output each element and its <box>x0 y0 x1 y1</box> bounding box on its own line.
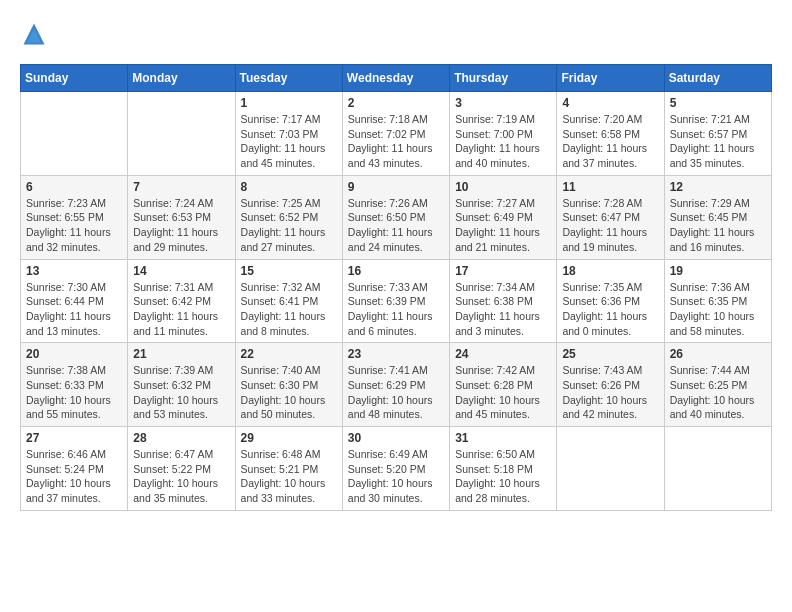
calendar-cell <box>128 92 235 176</box>
day-info: Sunrise: 7:35 AMSunset: 6:36 PMDaylight:… <box>562 280 658 339</box>
calendar-cell: 24Sunrise: 7:42 AMSunset: 6:28 PMDayligh… <box>450 343 557 427</box>
day-number: 29 <box>241 431 337 445</box>
day-number: 11 <box>562 180 658 194</box>
day-info: Sunrise: 7:31 AMSunset: 6:42 PMDaylight:… <box>133 280 229 339</box>
day-number: 23 <box>348 347 444 361</box>
day-info: Sunrise: 6:50 AMSunset: 5:18 PMDaylight:… <box>455 447 551 506</box>
calendar-cell: 18Sunrise: 7:35 AMSunset: 6:36 PMDayligh… <box>557 259 664 343</box>
day-number: 4 <box>562 96 658 110</box>
calendar-cell: 14Sunrise: 7:31 AMSunset: 6:42 PMDayligh… <box>128 259 235 343</box>
day-info: Sunrise: 7:21 AMSunset: 6:57 PMDaylight:… <box>670 112 766 171</box>
day-number: 14 <box>133 264 229 278</box>
day-number: 24 <box>455 347 551 361</box>
day-info: Sunrise: 6:48 AMSunset: 5:21 PMDaylight:… <box>241 447 337 506</box>
day-number: 9 <box>348 180 444 194</box>
day-info: Sunrise: 7:33 AMSunset: 6:39 PMDaylight:… <box>348 280 444 339</box>
day-number: 13 <box>26 264 122 278</box>
day-info: Sunrise: 7:43 AMSunset: 6:26 PMDaylight:… <box>562 363 658 422</box>
calendar-week-row: 1Sunrise: 7:17 AMSunset: 7:03 PMDaylight… <box>21 92 772 176</box>
day-number: 2 <box>348 96 444 110</box>
weekday-header-row: SundayMondayTuesdayWednesdayThursdayFrid… <box>21 65 772 92</box>
day-number: 22 <box>241 347 337 361</box>
day-number: 8 <box>241 180 337 194</box>
day-number: 25 <box>562 347 658 361</box>
day-number: 15 <box>241 264 337 278</box>
calendar-cell: 2Sunrise: 7:18 AMSunset: 7:02 PMDaylight… <box>342 92 449 176</box>
day-info: Sunrise: 7:38 AMSunset: 6:33 PMDaylight:… <box>26 363 122 422</box>
day-number: 6 <box>26 180 122 194</box>
day-number: 28 <box>133 431 229 445</box>
calendar-cell: 30Sunrise: 6:49 AMSunset: 5:20 PMDayligh… <box>342 427 449 511</box>
day-info: Sunrise: 7:44 AMSunset: 6:25 PMDaylight:… <box>670 363 766 422</box>
calendar-cell <box>664 427 771 511</box>
day-info: Sunrise: 7:26 AMSunset: 6:50 PMDaylight:… <box>348 196 444 255</box>
day-number: 31 <box>455 431 551 445</box>
calendar-cell: 31Sunrise: 6:50 AMSunset: 5:18 PMDayligh… <box>450 427 557 511</box>
day-number: 20 <box>26 347 122 361</box>
calendar-week-row: 27Sunrise: 6:46 AMSunset: 5:24 PMDayligh… <box>21 427 772 511</box>
day-info: Sunrise: 6:46 AMSunset: 5:24 PMDaylight:… <box>26 447 122 506</box>
day-info: Sunrise: 7:34 AMSunset: 6:38 PMDaylight:… <box>455 280 551 339</box>
day-info: Sunrise: 7:24 AMSunset: 6:53 PMDaylight:… <box>133 196 229 255</box>
day-number: 1 <box>241 96 337 110</box>
day-number: 3 <box>455 96 551 110</box>
calendar-cell: 4Sunrise: 7:20 AMSunset: 6:58 PMDaylight… <box>557 92 664 176</box>
day-info: Sunrise: 7:17 AMSunset: 7:03 PMDaylight:… <box>241 112 337 171</box>
day-info: Sunrise: 7:36 AMSunset: 6:35 PMDaylight:… <box>670 280 766 339</box>
day-info: Sunrise: 7:39 AMSunset: 6:32 PMDaylight:… <box>133 363 229 422</box>
logo <box>20 20 52 48</box>
day-number: 27 <box>26 431 122 445</box>
day-info: Sunrise: 7:41 AMSunset: 6:29 PMDaylight:… <box>348 363 444 422</box>
calendar-cell: 20Sunrise: 7:38 AMSunset: 6:33 PMDayligh… <box>21 343 128 427</box>
calendar-cell: 8Sunrise: 7:25 AMSunset: 6:52 PMDaylight… <box>235 175 342 259</box>
day-number: 12 <box>670 180 766 194</box>
day-number: 17 <box>455 264 551 278</box>
weekday-header-thursday: Thursday <box>450 65 557 92</box>
calendar-cell: 3Sunrise: 7:19 AMSunset: 7:00 PMDaylight… <box>450 92 557 176</box>
day-info: Sunrise: 7:29 AMSunset: 6:45 PMDaylight:… <box>670 196 766 255</box>
day-info: Sunrise: 7:32 AMSunset: 6:41 PMDaylight:… <box>241 280 337 339</box>
day-number: 16 <box>348 264 444 278</box>
day-number: 30 <box>348 431 444 445</box>
day-info: Sunrise: 7:19 AMSunset: 7:00 PMDaylight:… <box>455 112 551 171</box>
calendar-cell: 5Sunrise: 7:21 AMSunset: 6:57 PMDaylight… <box>664 92 771 176</box>
day-info: Sunrise: 7:28 AMSunset: 6:47 PMDaylight:… <box>562 196 658 255</box>
calendar-cell: 11Sunrise: 7:28 AMSunset: 6:47 PMDayligh… <box>557 175 664 259</box>
calendar-cell: 9Sunrise: 7:26 AMSunset: 6:50 PMDaylight… <box>342 175 449 259</box>
weekday-header-sunday: Sunday <box>21 65 128 92</box>
day-number: 21 <box>133 347 229 361</box>
calendar-cell: 10Sunrise: 7:27 AMSunset: 6:49 PMDayligh… <box>450 175 557 259</box>
day-number: 18 <box>562 264 658 278</box>
day-number: 26 <box>670 347 766 361</box>
day-info: Sunrise: 7:20 AMSunset: 6:58 PMDaylight:… <box>562 112 658 171</box>
calendar-cell: 27Sunrise: 6:46 AMSunset: 5:24 PMDayligh… <box>21 427 128 511</box>
calendar-cell: 19Sunrise: 7:36 AMSunset: 6:35 PMDayligh… <box>664 259 771 343</box>
calendar-cell: 1Sunrise: 7:17 AMSunset: 7:03 PMDaylight… <box>235 92 342 176</box>
calendar-table: SundayMondayTuesdayWednesdayThursdayFrid… <box>20 64 772 511</box>
weekday-header-tuesday: Tuesday <box>235 65 342 92</box>
calendar-week-row: 6Sunrise: 7:23 AMSunset: 6:55 PMDaylight… <box>21 175 772 259</box>
calendar-cell: 23Sunrise: 7:41 AMSunset: 6:29 PMDayligh… <box>342 343 449 427</box>
calendar-cell: 25Sunrise: 7:43 AMSunset: 6:26 PMDayligh… <box>557 343 664 427</box>
calendar-cell: 22Sunrise: 7:40 AMSunset: 6:30 PMDayligh… <box>235 343 342 427</box>
calendar-cell: 26Sunrise: 7:44 AMSunset: 6:25 PMDayligh… <box>664 343 771 427</box>
weekday-header-wednesday: Wednesday <box>342 65 449 92</box>
day-info: Sunrise: 7:30 AMSunset: 6:44 PMDaylight:… <box>26 280 122 339</box>
calendar-cell <box>557 427 664 511</box>
calendar-cell: 15Sunrise: 7:32 AMSunset: 6:41 PMDayligh… <box>235 259 342 343</box>
calendar-cell: 13Sunrise: 7:30 AMSunset: 6:44 PMDayligh… <box>21 259 128 343</box>
calendar-cell: 12Sunrise: 7:29 AMSunset: 6:45 PMDayligh… <box>664 175 771 259</box>
day-number: 19 <box>670 264 766 278</box>
day-info: Sunrise: 6:47 AMSunset: 5:22 PMDaylight:… <box>133 447 229 506</box>
day-number: 5 <box>670 96 766 110</box>
weekday-header-friday: Friday <box>557 65 664 92</box>
day-info: Sunrise: 7:25 AMSunset: 6:52 PMDaylight:… <box>241 196 337 255</box>
calendar-cell: 28Sunrise: 6:47 AMSunset: 5:22 PMDayligh… <box>128 427 235 511</box>
calendar-cell: 16Sunrise: 7:33 AMSunset: 6:39 PMDayligh… <box>342 259 449 343</box>
calendar-week-row: 13Sunrise: 7:30 AMSunset: 6:44 PMDayligh… <box>21 259 772 343</box>
day-info: Sunrise: 7:18 AMSunset: 7:02 PMDaylight:… <box>348 112 444 171</box>
calendar-cell: 21Sunrise: 7:39 AMSunset: 6:32 PMDayligh… <box>128 343 235 427</box>
weekday-header-saturday: Saturday <box>664 65 771 92</box>
weekday-header-monday: Monday <box>128 65 235 92</box>
day-info: Sunrise: 7:40 AMSunset: 6:30 PMDaylight:… <box>241 363 337 422</box>
